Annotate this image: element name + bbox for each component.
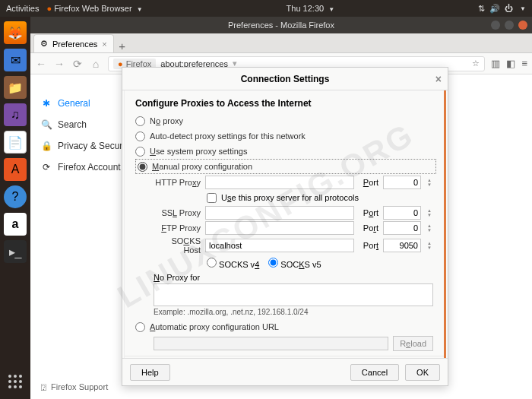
- sync-icon: ⟳: [41, 162, 52, 173]
- ok-button[interactable]: OK: [405, 364, 440, 381]
- app-menu[interactable]: ● Firefox Web Browser ▼: [46, 4, 142, 13]
- socks-v4-radio[interactable]: SOCKS v4: [207, 258, 259, 269]
- question-icon: ⍰: [41, 382, 46, 391]
- apps-grid-icon[interactable]: [4, 370, 27, 393]
- no-proxy-example: Example: .mozilla.org, .net.nz, 192.168.…: [154, 308, 433, 316]
- ssl-port-input[interactable]: [383, 206, 421, 220]
- close-dialog-icon[interactable]: ×: [435, 73, 442, 85]
- volume-icon[interactable]: 🔊: [489, 4, 500, 14]
- tab-preferences[interactable]: ⚙ Preferences ×: [33, 34, 114, 52]
- radio-manual-proxy[interactable]: Manual proxy configuration: [135, 159, 436, 174]
- socks-host-label: SOCKS Host: [154, 236, 201, 255]
- same-proxy-checkbox[interactable]: Use this proxy server for all protocols: [207, 191, 433, 204]
- ftp-port-input[interactable]: [383, 221, 421, 235]
- search-icon: 🔍: [41, 119, 52, 130]
- http-proxy-label: HTTP Proxy: [154, 178, 201, 187]
- socks-host-input[interactable]: [205, 239, 354, 252]
- preferences-sidebar: ✱ General 🔍 Search 🔒 Privacy & Security …: [30, 74, 137, 399]
- sidebar-icon[interactable]: ◧: [506, 58, 515, 69]
- gear-icon: ✱: [41, 98, 52, 109]
- rhythmbox-launcher-icon[interactable]: ♫: [4, 103, 27, 126]
- port-label: Port: [359, 178, 378, 187]
- back-button[interactable]: ←: [35, 58, 47, 70]
- reload-pac-button: Reload: [393, 336, 433, 351]
- hamburger-menu-icon[interactable]: ≡: [521, 58, 527, 69]
- tab-strip: ⚙ Preferences × +: [30, 33, 532, 53]
- http-port-input[interactable]: [383, 176, 421, 189]
- close-window-icon[interactable]: [518, 21, 527, 30]
- radio-pac-url[interactable]: Automatic proxy configuration URL: [135, 319, 433, 334]
- no-proxy-textarea[interactable]: [154, 283, 433, 306]
- close-tab-icon[interactable]: ×: [102, 40, 106, 49]
- lock-icon: 🔒: [41, 141, 52, 151]
- no-proxy-label: No Proxy for: [154, 273, 433, 282]
- help-button[interactable]: Help: [130, 364, 170, 381]
- power-icon[interactable]: ⏻: [505, 4, 513, 13]
- socks-port-input[interactable]: [383, 239, 421, 252]
- home-button[interactable]: ⌂: [90, 58, 102, 70]
- radio-system-proxy[interactable]: Use system proxy settings: [135, 144, 433, 159]
- firefox-launcher-icon[interactable]: 🦊: [4, 21, 27, 44]
- files-launcher-icon[interactable]: 📁: [4, 76, 27, 99]
- thunderbird-launcher-icon[interactable]: ✉: [4, 49, 27, 71]
- help-launcher-icon[interactable]: ?: [4, 185, 27, 208]
- dialog-heading: Configure Proxies to Access the Internet: [135, 98, 433, 109]
- radio-auto-detect[interactable]: Auto-detect proxy settings for this netw…: [135, 128, 433, 144]
- dialog-footer: Help Cancel OK: [122, 358, 448, 385]
- minimize-icon[interactable]: [491, 21, 500, 30]
- terminal-launcher-icon[interactable]: ▸_: [4, 240, 27, 263]
- new-tab-button[interactable]: +: [114, 40, 131, 52]
- maximize-icon[interactable]: [505, 21, 514, 30]
- forward-button: →: [53, 58, 65, 70]
- reload-button[interactable]: ⟳: [71, 58, 84, 70]
- clock[interactable]: Thu 12:30 ▼: [143, 4, 478, 13]
- dialog-header: Connection Settings ×: [122, 68, 448, 90]
- software-launcher-icon[interactable]: A: [4, 158, 27, 181]
- libreoffice-launcher-icon[interactable]: 📄: [4, 131, 27, 154]
- amazon-launcher-icon[interactable]: a: [4, 213, 27, 236]
- pac-url-input: [154, 337, 388, 350]
- library-icon[interactable]: ▥: [491, 58, 500, 69]
- chevron-down-icon: ▼: [137, 6, 143, 13]
- dock: 🦊 ✉ 📁 ♫ 📄 A ? a ▸_: [0, 17, 30, 399]
- connection-settings-dialog: Connection Settings × Configure Proxies …: [122, 67, 448, 386]
- gnome-top-panel: Activities ● Firefox Web Browser ▼ Thu 1…: [0, 0, 532, 17]
- http-proxy-input[interactable]: [205, 176, 354, 189]
- ftp-proxy-label: FTP Proxy: [154, 223, 201, 233]
- gear-icon: ⚙: [40, 39, 48, 49]
- socks-v5-radio[interactable]: SOCKS v5: [268, 258, 321, 269]
- ssl-proxy-label: SSL Proxy: [154, 208, 201, 217]
- firefox-support-link[interactable]: ⍰ Firefox Support: [41, 382, 108, 391]
- activities-button[interactable]: Activities: [6, 4, 39, 13]
- ssl-proxy-input[interactable]: [205, 206, 354, 220]
- bookmark-star-icon[interactable]: ☆: [472, 59, 480, 68]
- network-icon[interactable]: ⇅: [478, 4, 485, 14]
- radio-no-proxy[interactable]: No proxy: [135, 113, 433, 128]
- window-titlebar: Preferences - Mozilla Firefox: [30, 17, 532, 33]
- cancel-button[interactable]: Cancel: [350, 364, 399, 381]
- ftp-proxy-input[interactable]: [205, 221, 354, 235]
- port-spinner[interactable]: ▲▼: [426, 178, 433, 187]
